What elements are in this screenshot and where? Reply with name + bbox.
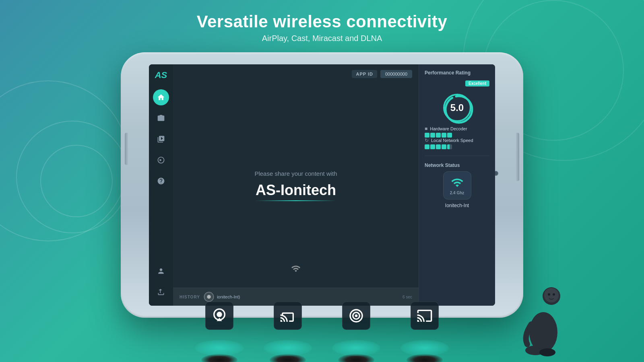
device-container: AS	[121, 52, 523, 342]
network-speed-stars	[425, 144, 489, 149]
svg-point-6	[355, 315, 358, 317]
net-star-1	[425, 144, 429, 149]
rating-circle-wrapper: 5.0	[425, 94, 489, 122]
sidebar-item-camera[interactable]	[153, 110, 169, 126]
miracast-glow	[332, 340, 380, 356]
record-icon	[157, 156, 165, 164]
svg-point-8	[544, 288, 559, 302]
star-4	[442, 133, 446, 138]
screen: AS	[149, 64, 495, 306]
page-header: Versatile wireless connectivity AirPlay,…	[0, 0, 644, 43]
app-id-label: APP ID	[352, 70, 377, 78]
svg-point-9	[548, 293, 550, 296]
airplay-icon-box	[205, 302, 233, 330]
svg-point-13	[539, 348, 555, 356]
sidebar-item-media[interactable]	[153, 131, 169, 147]
miracast-icon	[348, 308, 364, 324]
net-star-2	[430, 144, 435, 149]
divider	[425, 156, 489, 156]
history-item-airplay[interactable]: ionitech-Int)	[203, 291, 240, 302]
sidebar-item-record[interactable]	[153, 152, 169, 168]
miracast-icon-box	[342, 302, 370, 330]
network-speed-label: Local Network Speed	[431, 138, 473, 143]
network-section: Network Status 2.4 Ghz Ionitech-Int	[425, 162, 489, 208]
export-icon	[157, 288, 165, 296]
star-3	[436, 133, 441, 138]
media-icon	[157, 135, 165, 143]
wifi-icon-large	[451, 176, 464, 189]
cast-pod[interactable]	[264, 340, 312, 362]
net-star-3	[436, 144, 441, 149]
side-button-right	[516, 133, 519, 181]
rating-circle: 5.0	[443, 94, 471, 122]
sidebar-bottom	[153, 263, 169, 300]
history-label: HISTORY	[180, 295, 200, 299]
history-airplay-icon	[203, 291, 215, 302]
sidebar-item-export[interactable]	[153, 284, 169, 300]
star-1	[425, 133, 429, 138]
miracast-pod[interactable]	[332, 340, 380, 362]
network-speed-metric: ↻ Local Network Speed	[425, 138, 489, 149]
side-button-left	[125, 133, 128, 165]
network-title: Network Status	[425, 162, 489, 168]
rating-value: 5.0	[450, 102, 464, 113]
page-subtitle: AirPlay, Cast, Miracast and DLNA	[0, 34, 644, 43]
hardware-decoder-label: Hardware Decoder	[430, 126, 467, 131]
sidebar-item-home[interactable]	[153, 89, 169, 105]
home-icon	[157, 93, 165, 101]
performance-title: Performance Rating	[425, 70, 471, 76]
page-title: Versatile wireless connectivity	[0, 12, 644, 31]
profile-icon	[157, 267, 165, 275]
phone-frame: AS	[121, 52, 523, 318]
cast-icon	[280, 308, 296, 324]
sidebar: AS	[149, 64, 173, 306]
sidebar-item-profile[interactable]	[153, 263, 169, 279]
history-item-text: ionitech-Int)	[217, 294, 240, 299]
net-star-5	[447, 144, 452, 149]
wifi-box: 2.4 Ghz	[443, 171, 471, 200]
excellent-badge: Excellent	[465, 80, 489, 86]
performance-section: Performance Rating Excellent 5.0	[425, 70, 489, 149]
wifi-indicator-small	[291, 264, 301, 276]
sidebar-item-help[interactable]	[153, 173, 169, 189]
hardware-decoder-metric: ■ Hardware Decoder	[425, 126, 489, 138]
svg-point-10	[553, 293, 555, 296]
star-5	[447, 133, 452, 138]
dlna-pod[interactable]	[400, 340, 449, 362]
hardware-decoder-icon: ■	[425, 126, 427, 132]
person-figure	[515, 280, 564, 362]
camera-icon	[157, 114, 165, 122]
share-label: Please share your content with	[254, 170, 337, 177]
airplay-icon	[211, 308, 227, 324]
net-star-4	[442, 144, 446, 149]
device-name: AS-Ionitech	[256, 182, 336, 199]
airplay-pod[interactable]	[195, 340, 244, 362]
bg-decoration-3	[40, 145, 113, 217]
top-bar: APP ID 000000000	[173, 64, 419, 81]
cast-icon-box	[274, 302, 302, 330]
hardware-decoder-stars	[425, 133, 489, 138]
svg-point-3	[217, 312, 222, 317]
star-2	[430, 133, 435, 138]
dlna-glow	[400, 340, 449, 356]
network-name: Ionitech-Int	[425, 203, 489, 208]
share-area: Please share your content with AS-Ionite…	[173, 81, 419, 288]
airplay-glow	[195, 340, 244, 356]
bottom-icons-section	[195, 340, 449, 362]
cast-glow	[264, 340, 312, 356]
app-id-value: 000000000	[380, 70, 412, 78]
right-panel: Performance Rating Excellent 5.0	[419, 64, 495, 306]
network-speed-icon: ↻	[425, 138, 429, 143]
wifi-frequency: 2.4 Ghz	[450, 191, 464, 195]
help-icon	[157, 177, 165, 185]
person-svg	[515, 280, 564, 360]
app-logo: AS	[155, 70, 167, 80]
history-time: 6 sec	[402, 295, 412, 299]
dlna-icon	[417, 308, 433, 324]
dlna-icon-box	[411, 302, 439, 330]
main-content: APP ID 000000000 Please share your conte…	[173, 64, 419, 306]
